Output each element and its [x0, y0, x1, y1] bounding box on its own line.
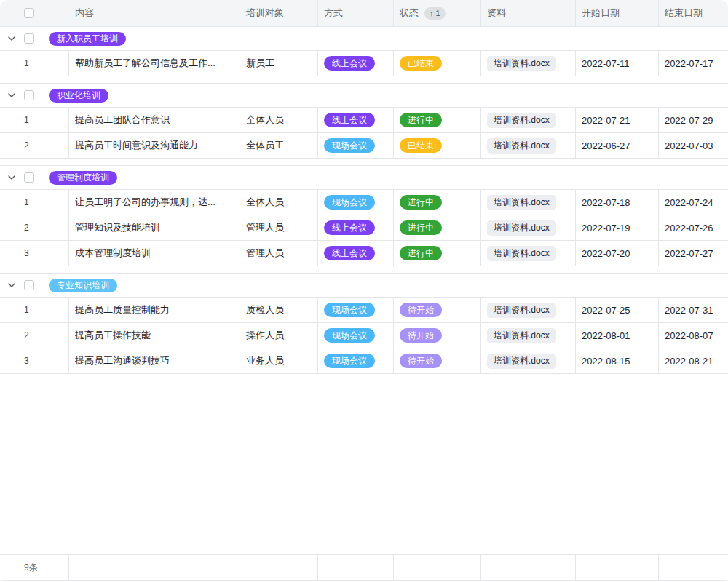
select-all-checkbox[interactable]	[24, 8, 34, 18]
group-checkbox[interactable]	[24, 172, 34, 183]
row-number-cell[interactable]: 1	[0, 190, 69, 215]
cell-end-date[interactable]: 2022-08-07	[659, 323, 728, 348]
column-header-status[interactable]: 状态 ↑ 1	[394, 0, 481, 26]
row-number-cell[interactable]: 1	[0, 298, 69, 322]
cell-end-date[interactable]: 2022-07-17	[659, 51, 728, 76]
cell-start-date[interactable]: 2022-07-11	[576, 51, 659, 76]
row-number-cell[interactable]: 3	[0, 241, 69, 266]
row-number-cell[interactable]: 3	[0, 348, 69, 373]
cell-content[interactable]: 提高员工沟通谈判技巧	[69, 348, 240, 373]
cell-method[interactable]: 现场会议	[318, 348, 394, 373]
attachment-chip[interactable]: 培训资料.docx	[487, 354, 556, 369]
cell-status[interactable]: 已结束	[394, 51, 481, 76]
chevron-down-icon[interactable]	[7, 281, 16, 290]
cell-status[interactable]: 进行中	[394, 215, 481, 240]
cell-status[interactable]: 已结束	[394, 133, 481, 158]
cell-method[interactable]: 现场会议	[318, 190, 394, 215]
cell-material[interactable]: 培训资料.docx	[481, 215, 576, 240]
column-header-content[interactable]: 内容	[69, 0, 240, 26]
cell-content[interactable]: 提高员工时间意识及沟通能力	[69, 133, 240, 158]
cell-content[interactable]: 提高员工团队合作意识	[69, 108, 240, 132]
cell-material[interactable]: 培训资料.docx	[481, 241, 576, 266]
cell-content[interactable]: 让员工明了公司的办事规则，达...	[69, 190, 240, 215]
cell-target[interactable]: 全体人员	[240, 190, 318, 215]
cell-start-date[interactable]: 2022-07-19	[576, 215, 659, 240]
sort-badge[interactable]: ↑ 1	[424, 7, 446, 20]
cell-material[interactable]: 培训资料.docx	[481, 323, 576, 348]
cell-method[interactable]: 现场会议	[318, 298, 394, 322]
cell-content[interactable]: 帮助新员工了解公司信息及工作...	[69, 51, 240, 76]
cell-material[interactable]: 培训资料.docx	[481, 298, 576, 322]
cell-method[interactable]: 线上会议	[318, 108, 394, 132]
cell-target[interactable]: 全体人员	[240, 108, 318, 132]
cell-start-date[interactable]: 2022-07-18	[576, 190, 659, 215]
column-header-start-date[interactable]: 开始日期	[576, 0, 659, 26]
attachment-chip[interactable]: 培训资料.docx	[487, 56, 556, 71]
cell-content[interactable]: 提高员工操作技能	[69, 323, 240, 348]
attachment-chip[interactable]: 培训资料.docx	[487, 246, 556, 261]
row-number-cell[interactable]: 1	[0, 108, 69, 132]
column-header-method[interactable]: 方式	[318, 0, 394, 26]
cell-start-date[interactable]: 2022-07-25	[576, 298, 659, 322]
cell-end-date[interactable]: 2022-07-03	[659, 133, 728, 158]
chevron-down-icon[interactable]	[7, 91, 16, 100]
cell-material[interactable]: 培训资料.docx	[481, 133, 576, 158]
cell-end-date[interactable]: 2022-07-27	[659, 241, 728, 266]
row-number-cell[interactable]: 2	[0, 323, 69, 348]
cell-status[interactable]: 待开始	[394, 298, 481, 322]
cell-status[interactable]: 进行中	[394, 108, 481, 132]
cell-method[interactable]: 线上会议	[318, 241, 394, 266]
cell-end-date[interactable]: 2022-07-31	[659, 298, 728, 322]
cell-method[interactable]: 现场会议	[318, 133, 394, 158]
cell-target[interactable]: 新员工	[240, 51, 318, 76]
group-title-badge: 专业知识培训	[49, 279, 117, 292]
cell-material[interactable]: 培训资料.docx	[481, 108, 576, 132]
chevron-down-icon[interactable]	[7, 34, 16, 43]
cell-target[interactable]: 质检人员	[240, 298, 318, 322]
row-number-cell[interactable]: 2	[0, 215, 69, 240]
attachment-chip[interactable]: 培训资料.docx	[487, 220, 556, 236]
cell-method[interactable]: 线上会议	[318, 215, 394, 240]
cell-content[interactable]: 提高员工质量控制能力	[69, 298, 240, 322]
cell-content[interactable]: 管理知识及技能培训	[69, 215, 240, 240]
cell-material[interactable]: 培训资料.docx	[481, 348, 576, 373]
cell-end-date[interactable]: 2022-08-21	[659, 348, 728, 373]
cell-method[interactable]: 线上会议	[318, 51, 394, 76]
cell-status[interactable]: 进行中	[394, 190, 481, 215]
attachment-chip[interactable]: 培训资料.docx	[487, 113, 556, 128]
cell-target[interactable]: 管理人员	[240, 241, 318, 266]
cell-status[interactable]: 待开始	[394, 348, 481, 373]
row-number-cell[interactable]: 1	[0, 51, 69, 76]
footer-cell	[318, 555, 394, 580]
cell-end-date[interactable]: 2022-07-24	[659, 190, 728, 215]
cell-method[interactable]: 现场会议	[318, 323, 394, 348]
cell-start-date[interactable]: 2022-08-01	[576, 323, 659, 348]
group-checkbox[interactable]	[24, 90, 34, 100]
cell-start-date[interactable]: 2022-08-15	[576, 348, 659, 373]
cell-status[interactable]: 进行中	[394, 241, 481, 266]
cell-material[interactable]: 培训资料.docx	[481, 190, 576, 215]
column-header-target[interactable]: 培训对象	[240, 0, 318, 26]
cell-target[interactable]: 全体员工	[240, 133, 318, 158]
column-header-material[interactable]: 资料	[481, 0, 576, 26]
cell-start-date[interactable]: 2022-07-20	[576, 241, 659, 266]
group-checkbox[interactable]	[24, 33, 34, 44]
cell-start-date[interactable]: 2022-07-21	[576, 108, 659, 132]
cell-status[interactable]: 待开始	[394, 323, 481, 348]
cell-target[interactable]: 操作人员	[240, 323, 318, 348]
cell-material[interactable]: 培训资料.docx	[481, 51, 576, 76]
cell-start-date[interactable]: 2022-06-27	[576, 133, 659, 158]
attachment-chip[interactable]: 培训资料.docx	[487, 303, 556, 318]
cell-content[interactable]: 成本管理制度培训	[69, 241, 240, 266]
attachment-chip[interactable]: 培训资料.docx	[487, 138, 556, 154]
chevron-down-icon[interactable]	[7, 173, 16, 182]
column-header-end-date[interactable]: 结束日期	[659, 0, 728, 26]
attachment-chip[interactable]: 培训资料.docx	[487, 328, 556, 343]
attachment-chip[interactable]: 培训资料.docx	[487, 195, 556, 210]
group-checkbox[interactable]	[24, 280, 34, 290]
cell-end-date[interactable]: 2022-07-26	[659, 215, 728, 240]
row-number-cell[interactable]: 2	[0, 133, 69, 158]
cell-target[interactable]: 管理人员	[240, 215, 318, 240]
cell-end-date[interactable]: 2022-07-29	[659, 108, 728, 132]
cell-target[interactable]: 业务人员	[240, 348, 318, 373]
